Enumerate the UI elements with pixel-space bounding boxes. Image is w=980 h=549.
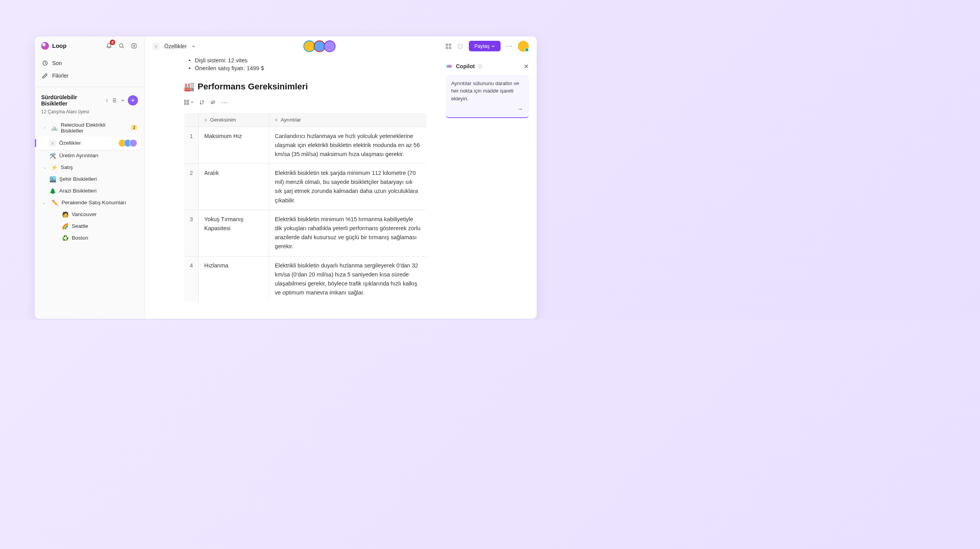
tree-retail[interactable]: ⌄ ✏️ Perakende Satış Konumları bbox=[38, 197, 141, 209]
cell-details[interactable]: Elektrikli bisikletin duyarlı hızlanma s… bbox=[269, 256, 427, 302]
copilot-panel: Copilot ⓘ ✕ Ayrıntılar sütununu daraltın… bbox=[443, 56, 537, 319]
tree-icon: 🌲 bbox=[49, 188, 56, 194]
table-toolbar: ⋯ bbox=[184, 96, 427, 113]
cell-requirement[interactable]: Aralık bbox=[199, 164, 269, 210]
main-area: ≡ Özellikler Paylaş ⋯ bbox=[145, 36, 537, 319]
cell-details[interactable]: Elektrikli bisikletin tek şarjda minimum… bbox=[269, 164, 427, 210]
tree-vancouver[interactable]: 🧑 Vancouver bbox=[38, 209, 141, 220]
column-header-details: ≡Ayrıntılar bbox=[269, 113, 427, 127]
cell-requirement[interactable]: Maksimum Hız bbox=[199, 127, 269, 164]
tree-sales[interactable]: ⌄ ⚡ Satış bbox=[38, 162, 141, 173]
workspace-member-count: 12 Çalışma Alanı üyesi bbox=[35, 108, 144, 119]
svg-rect-8 bbox=[185, 100, 186, 102]
clock-icon bbox=[42, 60, 48, 66]
row-number: 4 bbox=[184, 256, 199, 302]
chevron-down-icon[interactable]: ⌄ bbox=[42, 165, 47, 169]
list-item[interactable]: Önerilen satış fiyatı: 1499 $ bbox=[189, 64, 427, 72]
row-number: 3 bbox=[184, 210, 199, 256]
cell-details[interactable]: Canlandırıcı hızlanmaya ve hızlı yolculu… bbox=[269, 127, 427, 164]
hide-icon[interactable] bbox=[210, 100, 216, 105]
add-button[interactable]: + bbox=[128, 95, 138, 105]
new-page-button[interactable] bbox=[130, 42, 138, 50]
column-header-requirement: ≡Gereksinim bbox=[199, 113, 269, 127]
count-badge: 2 bbox=[131, 125, 137, 130]
svg-rect-7 bbox=[458, 44, 462, 48]
nav-ideas[interactable]: Fikirler bbox=[38, 69, 141, 82]
tree-seattle[interactable]: 🌈 Seattle bbox=[38, 220, 141, 232]
pen-icon bbox=[42, 73, 48, 79]
table-row[interactable]: 3Yokuş Tırmanış KapasitesiElektrikli bis… bbox=[184, 210, 427, 256]
notifications-button[interactable]: 8 bbox=[105, 42, 113, 50]
svg-point-13 bbox=[449, 65, 452, 68]
svg-rect-3 bbox=[446, 44, 448, 45]
chevron-right-icon[interactable]: › bbox=[42, 125, 47, 130]
page-icon: ≡ bbox=[49, 140, 56, 147]
workspace-title[interactable]: Sürdürülebilir Bisikletler bbox=[41, 94, 102, 107]
copilot-title: Copilot bbox=[456, 63, 475, 69]
list-item[interactable]: Dişli sistemi: 12 vites bbox=[189, 56, 427, 64]
recycle-icon: ♻️ bbox=[62, 235, 69, 241]
tree-relecloud[interactable]: › 🚲 Relecloud Elektrikli Bisikletler 2 bbox=[38, 119, 141, 136]
page-icon: ≡ bbox=[152, 43, 160, 50]
chevron-down-icon[interactable] bbox=[192, 44, 196, 48]
chevron-down-icon bbox=[491, 44, 495, 48]
submit-arrow-icon[interactable]: → bbox=[451, 105, 523, 113]
more-icon[interactable]: ⋯ bbox=[221, 99, 227, 106]
table-row[interactable]: 4HızlanmaElektrikli bisikletin duyarlı h… bbox=[184, 256, 427, 302]
row-number: 1 bbox=[184, 127, 199, 164]
workspace-header: Sürdürülebilir Bisikletler + bbox=[35, 90, 144, 108]
tools-icon: 🛠️ bbox=[49, 153, 56, 159]
city-icon: 🏙️ bbox=[49, 176, 56, 182]
tree-boston[interactable]: ♻️ Boston bbox=[38, 232, 141, 244]
sort-icon[interactable] bbox=[199, 100, 205, 105]
bullet-list: Dişli sistemi: 12 vites Önerilen satış f… bbox=[184, 56, 427, 72]
factory-icon: 🏭 bbox=[184, 82, 194, 92]
view-button[interactable] bbox=[184, 100, 194, 105]
face-icon: 🧑 bbox=[62, 211, 69, 218]
cell-requirement[interactable]: Yokuş Tırmanış Kapasitesi bbox=[199, 210, 269, 256]
section-heading[interactable]: 🏭 Performans Gereksinimleri bbox=[184, 82, 427, 92]
nav-recent[interactable]: Son bbox=[38, 57, 141, 69]
share-button[interactable]: Paylaş bbox=[469, 41, 501, 51]
svg-rect-10 bbox=[185, 103, 186, 105]
component-icon[interactable] bbox=[457, 43, 463, 49]
requirements-table[interactable]: ≡Gereksinim ≡Ayrıntılar 1Maksimum HızCan… bbox=[184, 113, 427, 303]
search-button[interactable] bbox=[118, 42, 125, 50]
chevron-down-icon[interactable] bbox=[121, 98, 125, 102]
tree-production[interactable]: 🛠️ Üretim Ayrıntıları bbox=[38, 150, 141, 162]
topbar: ≡ Özellikler Paylaş ⋯ bbox=[145, 36, 537, 56]
page-tree: › 🚲 Relecloud Elektrikli Bisikletler 2 ≡… bbox=[35, 119, 144, 319]
avatar[interactable] bbox=[324, 40, 336, 52]
svg-rect-11 bbox=[187, 103, 189, 105]
notification-badge: 8 bbox=[110, 40, 115, 45]
document-body[interactable]: Dişli sistemi: 12 vites Önerilen satış f… bbox=[145, 56, 443, 319]
row-number: 2 bbox=[184, 164, 199, 210]
app-name: Loop bbox=[52, 42, 67, 49]
list-icon[interactable] bbox=[111, 97, 118, 104]
presence-avatars[interactable] bbox=[305, 40, 336, 52]
cell-requirement[interactable]: Hızlanma bbox=[199, 256, 269, 302]
chevron-down-icon[interactable]: ⌄ bbox=[41, 200, 47, 205]
info-icon[interactable]: ⓘ bbox=[478, 64, 482, 69]
updown-icon[interactable] bbox=[105, 98, 109, 103]
loop-logo-icon bbox=[41, 42, 49, 50]
page-title[interactable]: Özellikler bbox=[164, 43, 187, 49]
tree-features[interactable]: ≡ Özellikler bbox=[38, 136, 141, 150]
tree-terrain-bikes[interactable]: 🌲 Arazi Bisikletleri bbox=[38, 185, 141, 197]
page-presence-avatars bbox=[121, 139, 137, 147]
svg-rect-4 bbox=[449, 44, 451, 45]
bike-icon: 🚲 bbox=[51, 125, 58, 131]
table-row[interactable]: 1Maksimum HızCanlandırıcı hızlanmaya ve … bbox=[184, 127, 427, 164]
close-button[interactable]: ✕ bbox=[524, 63, 529, 70]
svg-rect-6 bbox=[449, 47, 451, 49]
app-window: Loop 8 Son Fikirler bbox=[35, 36, 537, 319]
apps-icon[interactable] bbox=[445, 43, 452, 49]
copilot-suggestion-text: Ayrıntılar sütununu daraltın ve her nokt… bbox=[451, 80, 523, 103]
user-avatar[interactable] bbox=[518, 41, 529, 52]
cell-details[interactable]: Elektrikli bisikletin minimum %15 tırman… bbox=[269, 210, 427, 256]
more-button[interactable]: ⋯ bbox=[506, 42, 512, 50]
table-row[interactable]: 2AralıkElektrikli bisikletin tek şarjda … bbox=[184, 164, 427, 210]
copilot-suggestion-box[interactable]: Ayrıntılar sütununu daraltın ve her nokt… bbox=[446, 75, 529, 118]
pencil-icon: ✏️ bbox=[51, 200, 58, 206]
tree-city-bikes[interactable]: 🏙️ Şehir Bisikletleri bbox=[38, 173, 141, 185]
